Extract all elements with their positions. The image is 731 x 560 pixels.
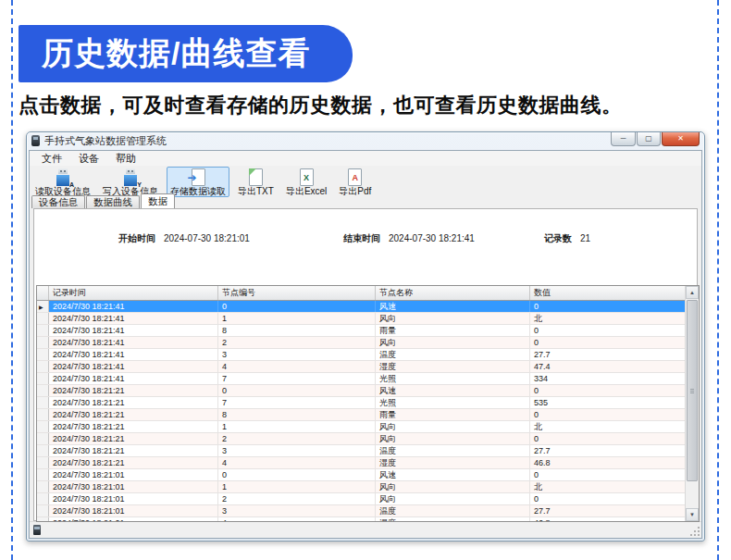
tab[interactable]: 设备信息 <box>31 195 85 208</box>
table-cell: 0 <box>530 433 686 444</box>
table-cell: 8 <box>218 409 376 420</box>
start-time-value: 2024-07-30 18:21:01 <box>164 233 250 243</box>
column-header[interactable]: 节点名称 <box>376 286 530 300</box>
table-cell: 0 <box>530 469 686 480</box>
table-row[interactable]: 2024/7/30 18:21:218雨量0 <box>37 409 699 421</box>
table-row[interactable]: 2024/7/30 18:21:414湿度47.4 <box>37 361 699 373</box>
table-cell: 1 <box>218 421 376 432</box>
table-cell: 风向 <box>376 481 530 492</box>
table-cell: 2024/7/30 18:21:01 <box>49 493 218 504</box>
table-cell: 2024/7/30 18:21:21 <box>49 457 218 468</box>
column-header[interactable]: 记录时间 <box>49 286 218 300</box>
table-row[interactable]: 2024/7/30 18:21:217光照535 <box>37 397 699 409</box>
menu-item[interactable]: 帮助 <box>107 151 144 167</box>
toolbar: 读取设备信息写入设备信息存储数据读取导出TXT导出Excel导出Pdf <box>30 166 701 193</box>
scrollbar-thumb[interactable] <box>687 300 698 481</box>
row-header-cell <box>37 337 49 348</box>
table-cell: 1 <box>218 481 376 492</box>
tab[interactable]: 数据曲线 <box>86 195 140 208</box>
toolbar-button[interactable]: 读取设备信息 <box>31 167 94 197</box>
row-header-cell <box>37 409 49 420</box>
app-icon <box>31 135 40 146</box>
table-cell: 2024/7/30 18:21:41 <box>49 325 218 336</box>
page-description: 点击数据，可及时查看存储的历史数据，也可查看历史数据曲线。 <box>19 92 623 119</box>
window-controls: ─ ▢ ✕ <box>611 132 700 146</box>
close-button[interactable]: ✕ <box>662 132 700 146</box>
toolbar-button[interactable]: 存储数据读取 <box>167 167 229 197</box>
title-bar[interactable]: 手持式气象站数据管理系统 ─ ▢ ✕ <box>27 132 704 149</box>
table-row[interactable]: 2024/7/30 18:21:012风向0 <box>37 493 699 505</box>
usb-write-icon <box>121 168 140 186</box>
start-time-label: 开始时间 <box>118 233 155 243</box>
table-cell: 2024/7/30 18:21:21 <box>49 397 218 408</box>
tab[interactable]: 数据 <box>141 193 175 208</box>
table-cell: 2 <box>218 493 376 504</box>
table-row[interactable]: 2024/7/30 18:21:014湿度46.8 <box>37 517 699 522</box>
table-row[interactable]: 2024/7/30 18:21:210风速0 <box>37 385 699 397</box>
table-row[interactable]: 2024/7/30 18:21:417光照334 <box>37 373 699 385</box>
status-bar <box>30 521 701 538</box>
table-row[interactable]: 2024/7/30 18:21:013温度27.7 <box>37 505 699 517</box>
toolbar-button[interactable]: 导出Pdf <box>335 167 375 197</box>
table-cell: 2024/7/30 18:21:41 <box>49 301 218 312</box>
table-cell: 0 <box>218 469 376 480</box>
vertical-scrollbar[interactable]: ▲ ▼ <box>685 286 699 521</box>
txt-icon <box>249 168 263 186</box>
usb-read-icon <box>54 168 72 186</box>
data-grid: 记录时间节点编号节点名称数值 2024/7/30 18:21:410风速0202… <box>36 285 700 522</box>
table-cell: 0 <box>218 385 376 396</box>
row-header-cell <box>37 445 49 456</box>
table-row[interactable]: 2024/7/30 18:21:011风向北 <box>37 481 699 493</box>
table-cell: 2024/7/30 18:21:21 <box>49 409 218 420</box>
right-dashed-border <box>717 0 719 560</box>
table-row[interactable]: 2024/7/30 18:21:212风向0 <box>37 433 699 445</box>
minimize-button[interactable]: ─ <box>611 132 636 146</box>
table-cell: 27.7 <box>530 349 686 360</box>
table-cell: 3 <box>218 445 376 456</box>
row-header-cell <box>37 349 49 360</box>
maximize-button[interactable]: ▢ <box>637 132 661 146</box>
end-time-label: 结束时间 <box>343 233 380 243</box>
row-header-cell <box>37 385 49 396</box>
table-cell: 8 <box>218 325 376 336</box>
table-cell: 27.7 <box>530 505 686 516</box>
end-time-value: 2024-07-30 18:21:41 <box>389 233 475 243</box>
table-row[interactable]: 2024/7/30 18:21:418雨量0 <box>37 325 699 337</box>
table-row[interactable]: 2024/7/30 18:21:213温度27.7 <box>37 445 699 457</box>
scrollbar-down-icon[interactable]: ▼ <box>686 508 699 521</box>
scrollbar-up-icon[interactable]: ▲ <box>686 286 699 299</box>
left-dashed-border <box>11 0 13 560</box>
table-row[interactable]: 2024/7/30 18:21:214湿度46.8 <box>37 457 699 469</box>
table-cell: 2024/7/30 18:21:21 <box>49 385 218 396</box>
resize-grip-icon[interactable] <box>690 527 700 536</box>
table-row[interactable]: 2024/7/30 18:21:411风向北 <box>37 313 699 325</box>
column-header[interactable]: 节点编号 <box>218 286 376 300</box>
table-row[interactable]: 2024/7/30 18:21:211风向北 <box>37 421 699 433</box>
row-header-cell <box>37 421 49 432</box>
toolbar-button[interactable]: 导出Excel <box>282 167 330 197</box>
table-cell: 湿度 <box>376 457 530 468</box>
table-cell: 27.7 <box>530 445 686 456</box>
table-row[interactable]: 2024/7/30 18:21:410风速0 <box>37 301 699 313</box>
table-row[interactable]: 2024/7/30 18:21:010风速0 <box>37 469 699 481</box>
menu-item[interactable]: 文件 <box>33 151 70 167</box>
table-cell: 2024/7/30 18:21:41 <box>49 349 218 360</box>
toolbar-button-label: 导出TXT <box>238 186 274 196</box>
menu-item[interactable]: 设备 <box>70 151 107 167</box>
table-cell: 0 <box>530 337 686 348</box>
column-header[interactable]: 数值 <box>530 286 686 300</box>
table-cell: 7 <box>218 397 376 408</box>
table-cell: 2024/7/30 18:21:01 <box>49 517 218 522</box>
table-cell: 4 <box>218 457 376 468</box>
menu-bar: 文件设备帮助 <box>30 151 701 166</box>
table-cell: 风向 <box>376 421 530 432</box>
table-cell: 0 <box>218 301 376 312</box>
table-cell: 3 <box>218 505 376 516</box>
table-cell: 46.8 <box>530 457 686 468</box>
table-row[interactable]: 2024/7/30 18:21:412风向0 <box>37 337 699 349</box>
table-row[interactable]: 2024/7/30 18:21:413温度27.7 <box>37 349 699 361</box>
table-cell: 温度 <box>376 349 530 360</box>
table-cell: 0 <box>530 409 686 420</box>
toolbar-button[interactable]: 导出TXT <box>234 167 278 197</box>
table-cell: 雨量 <box>376 325 530 336</box>
